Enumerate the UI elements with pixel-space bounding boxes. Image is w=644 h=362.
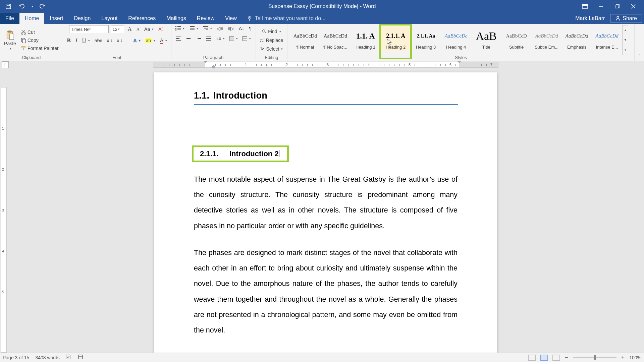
qat-customize-icon[interactable]: = — [51, 4, 54, 8]
status-page[interactable]: Page 3 of 15 — [3, 355, 29, 360]
shading-button[interactable]: ▾ — [228, 36, 239, 42]
heading-1[interactable]: 1.1.Introduction — [194, 90, 458, 104]
spellcheck-icon[interactable] — [66, 354, 72, 361]
sort-button[interactable]: A↓ — [237, 25, 246, 32]
strikethrough-button[interactable]: abc — [93, 37, 104, 44]
close-icon[interactable] — [630, 3, 637, 10]
style-tile-heading-4[interactable]: AaBbCcDcHeading 4 — [441, 25, 471, 51]
text-effects-button[interactable]: A▾ — [132, 37, 142, 44]
font-color-button[interactable]: A▾ — [159, 37, 168, 45]
tab-home[interactable]: Home — [19, 13, 45, 24]
undo-icon[interactable] — [17, 2, 26, 11]
style-name-label: Emphasis — [567, 45, 586, 50]
account-name[interactable]: Mark LaBarr — [570, 13, 610, 24]
ruler-scale[interactable]: 1234567 — [153, 62, 498, 68]
body-paragraph-1[interactable]: The most notable aspect of suspense in T… — [194, 172, 458, 234]
style-tile-title[interactable]: AaBTitle — [471, 25, 501, 51]
print-layout-button[interactable] — [540, 355, 548, 361]
cut-button[interactable]: Cut — [19, 29, 60, 36]
italic-button[interactable]: I — [74, 37, 79, 45]
zoom-out-button[interactable]: − — [565, 354, 568, 361]
tab-design[interactable]: Design — [68, 13, 96, 24]
document-page[interactable]: 1.1.Introduction 2.1.1.Introduction 2 Th… — [154, 72, 497, 353]
format-painter-label: Format Painter — [28, 46, 59, 51]
tab-references[interactable]: References — [123, 13, 161, 24]
style-tile--normal[interactable]: AaBbCcDd¶ Normal — [290, 25, 320, 51]
bullets-button[interactable]: ▾ — [174, 25, 186, 32]
line-spacing-button[interactable]: ↕≡▾ — [215, 35, 226, 42]
shrink-font-button[interactable]: A — [135, 26, 141, 33]
style-tile-intense-e-[interactable]: AaBbCcDdIntense E... — [592, 25, 622, 51]
tell-me-search[interactable]: Tell me what you want to do... — [242, 13, 570, 24]
format-painter-button[interactable]: Format Painter — [19, 45, 60, 52]
justify-button[interactable] — [205, 36, 213, 41]
style-name-label: Heading 1 — [356, 45, 375, 50]
styles-scroll-up-icon[interactable]: ▲ — [623, 25, 628, 35]
read-mode-button[interactable] — [528, 355, 536, 361]
heading-2-number: 2.1.1. — [200, 149, 229, 158]
replace-button[interactable]: abac Replace — [259, 37, 284, 44]
paste-button[interactable]: Paste ▾ — [3, 29, 17, 51]
tab-insert[interactable]: Insert — [44, 13, 68, 24]
subscript-button[interactable]: x2 — [105, 37, 113, 44]
tab-file[interactable]: File — [0, 13, 19, 24]
svg-rect-20 — [22, 46, 25, 48]
grow-font-button[interactable]: A — [126, 25, 133, 33]
tab-selector[interactable]: L — [2, 61, 9, 68]
zoom-slider[interactable] — [573, 357, 616, 358]
macro-icon[interactable] — [78, 354, 83, 361]
web-layout-button[interactable] — [552, 355, 560, 361]
share-button[interactable]: Share — [610, 14, 642, 22]
decrease-indent-button[interactable]: ◁≡ — [215, 25, 224, 32]
svg-rect-26 — [66, 355, 70, 359]
numbering-button[interactable]: ▾ — [188, 25, 200, 32]
borders-button[interactable]: ▾ — [241, 36, 252, 42]
zoom-level[interactable]: 100% — [629, 355, 641, 360]
undo-dropdown-icon[interactable]: ▾ — [31, 5, 33, 8]
styles-scroll-controls[interactable]: ▲▼▾ — [622, 25, 628, 55]
style-tile-emphasis[interactable]: AaBbCcDdEmphasis — [562, 25, 592, 51]
style-tile--no-spac-[interactable]: AaBbCcDd¶ No Spac... — [320, 25, 350, 51]
font-name-combo[interactable]: Times New Ro▾ — [69, 25, 109, 33]
show-marks-button[interactable]: ¶ — [248, 25, 253, 32]
bold-button[interactable]: B — [66, 37, 72, 45]
align-left-button[interactable] — [174, 36, 182, 41]
ribbon-display-icon[interactable] — [582, 3, 588, 10]
heading-2[interactable]: 2.1.1.Introduction 2 — [194, 146, 287, 162]
select-button[interactable]: Select▾ — [259, 46, 284, 52]
collapse-ribbon-icon[interactable]: ˄ — [635, 24, 644, 61]
multilevel-list-button[interactable]: ▾ — [202, 25, 213, 32]
tab-review[interactable]: Review — [192, 13, 220, 24]
styles-scroll-down-icon[interactable]: ▼ — [623, 35, 628, 45]
redo-icon[interactable] — [38, 2, 47, 11]
body-paragraph-2[interactable]: The phases are designed to mark distinct… — [194, 245, 458, 338]
increase-indent-button[interactable]: ≡▷ — [226, 25, 235, 32]
underline-button[interactable]: U▾ — [81, 37, 91, 45]
style-tile-subtitle[interactable]: AaBbCcDSubtitle — [501, 25, 531, 51]
align-center-button[interactable] — [184, 36, 193, 41]
style-tile-heading-2[interactable]: 2.1.1. AHeading 2 — [381, 25, 411, 51]
align-right-button[interactable] — [195, 36, 203, 41]
status-words[interactable]: 3408 words — [35, 355, 59, 360]
tab-layout[interactable]: Layout — [96, 13, 123, 24]
tab-mailings[interactable]: Mailings — [161, 13, 192, 24]
clipboard-group-label: Clipboard — [3, 55, 60, 60]
tab-view[interactable]: View — [220, 13, 242, 24]
maximize-icon[interactable] — [614, 3, 621, 10]
zoom-in-button[interactable]: + — [621, 354, 625, 361]
change-case-button[interactable]: Aa▾ — [143, 26, 155, 33]
clear-formatting-button[interactable]: A⃫ — [157, 26, 164, 33]
highlight-button[interactable]: ab▾ — [144, 37, 157, 44]
autosave-icon[interactable] — [4, 2, 13, 11]
superscript-button[interactable]: x2 — [115, 37, 123, 44]
font-size-combo[interactable]: 12▾ — [111, 25, 124, 33]
find-button[interactable]: Find▾ — [261, 28, 282, 35]
styles-expand-icon[interactable]: ▾ — [623, 45, 628, 55]
minimize-icon[interactable] — [598, 3, 604, 10]
copy-button[interactable]: Copy — [19, 37, 60, 44]
style-tile-heading-1[interactable]: 1.1. AHeading 1 — [351, 25, 380, 51]
style-tile-subtle-em-[interactable]: AaBbCcDdSubtle Em... — [532, 25, 561, 51]
style-tile-heading-3[interactable]: 2.1.1. AaHeading 3 — [411, 25, 441, 51]
editing-group-label: Editing — [259, 55, 284, 60]
ruler-vertical[interactable]: 12345 — [0, 68, 7, 353]
